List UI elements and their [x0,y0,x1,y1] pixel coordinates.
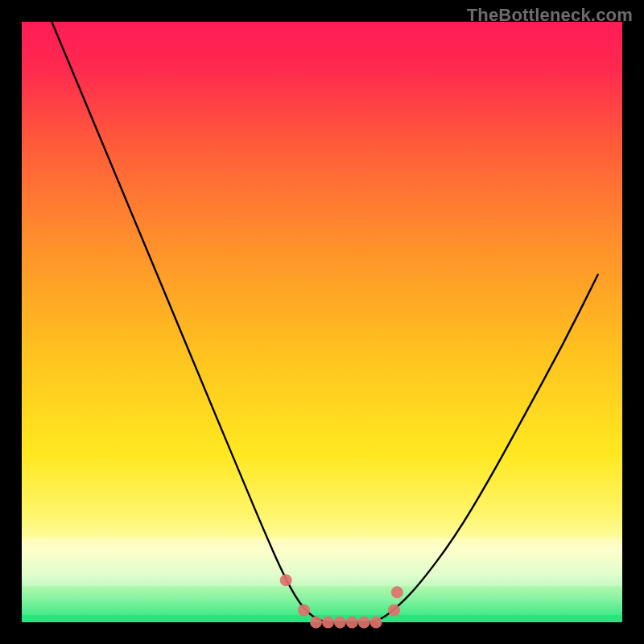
curve-marker [370,617,382,629]
watermark-label: TheBottleneck.com [467,5,633,26]
curve-marker [298,605,310,617]
curve-marker [388,605,400,617]
curve-marker [322,617,334,629]
curve-marker [346,617,358,629]
pale-band [22,539,622,587]
curve-marker [391,586,403,598]
curve-marker [334,617,346,629]
bottleneck-chart [0,0,644,644]
curve-marker [358,617,370,629]
curve-marker [280,574,292,586]
curve-marker [310,617,322,629]
plot-background [22,22,622,622]
chart-frame: TheBottleneck.com [0,0,644,644]
